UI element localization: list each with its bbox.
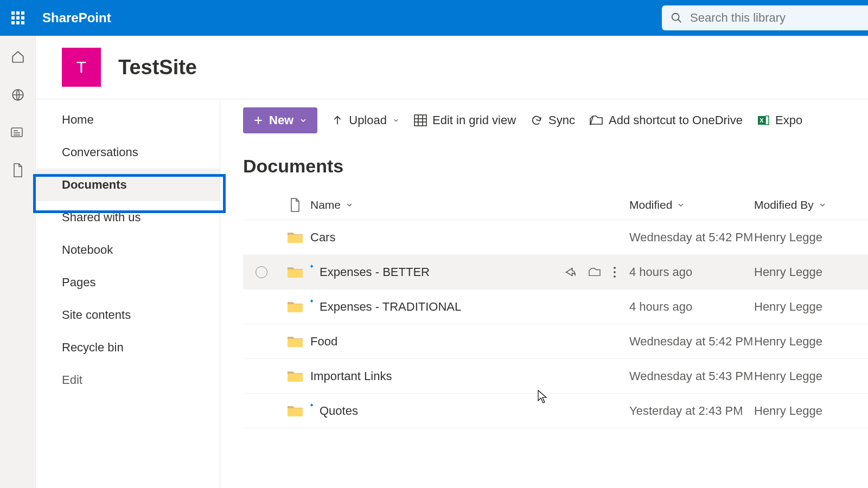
sync-icon	[530, 114, 543, 126]
nav-item-pages[interactable]: Pages	[36, 266, 220, 299]
nav-item-documents[interactable]: Documents	[36, 169, 220, 201]
new-indicator-icon: ✦	[309, 402, 314, 409]
excel-icon: X	[757, 114, 770, 127]
folder-icon	[287, 266, 303, 279]
folder-icon	[287, 370, 303, 383]
row-modified: Yesterday at 2:43 PM	[629, 404, 754, 418]
grid-icon	[414, 114, 427, 126]
svg-point-20	[614, 271, 616, 273]
nav-item-notebook[interactable]: Notebook	[36, 234, 220, 266]
folder-icon	[287, 231, 303, 244]
file-icon[interactable]	[12, 163, 24, 178]
chevron-down-icon	[392, 117, 400, 124]
more-icon[interactable]	[613, 266, 616, 278]
column-modifiedby[interactable]: Modified By	[754, 198, 868, 211]
suite-title[interactable]: SharePoint	[36, 10, 111, 25]
site-title[interactable]: TestSite	[118, 56, 197, 79]
svg-text:X: X	[760, 117, 764, 124]
column-modified-label: Modified	[629, 198, 672, 211]
suite-bar: SharePoint	[0, 0, 868, 36]
upload-icon	[331, 114, 343, 126]
nav-item-shared[interactable]: Shared with us	[36, 201, 220, 234]
upload-button[interactable]: Upload	[331, 113, 400, 127]
column-name-label: Name	[310, 198, 341, 211]
table-row[interactable]: ✦Expenses - TRADITIONAL4 hours agoHenry …	[243, 290, 868, 324]
row-name[interactable]: Important Links	[310, 369, 392, 383]
nav-edit-link[interactable]: Edit	[36, 364, 220, 396]
search-input[interactable]	[690, 11, 868, 25]
home-icon[interactable]	[11, 50, 25, 64]
app-launcher-icon[interactable]	[0, 0, 36, 36]
upload-label: Upload	[349, 113, 387, 127]
shortcut-row-icon[interactable]	[588, 267, 601, 278]
select-circle[interactable]	[256, 266, 267, 278]
new-button-label: New	[269, 113, 293, 127]
nav-item-conversations[interactable]: Conversations	[36, 136, 220, 169]
shortcut-icon	[589, 114, 603, 126]
table-row[interactable]: FoodWednesday at 5:42 PMHenry Legge	[243, 324, 868, 359]
page-heading: Documents	[243, 156, 868, 177]
row-modified: 4 hours ago	[629, 300, 754, 314]
globe-icon[interactable]	[11, 88, 25, 102]
chevron-down-icon	[818, 201, 827, 209]
sync-button[interactable]: Sync	[530, 113, 575, 127]
folder-icon	[287, 335, 303, 348]
svg-rect-10	[414, 115, 426, 126]
share-icon[interactable]	[564, 266, 576, 278]
list-header: Name Modified Modified By	[243, 190, 868, 220]
table-row[interactable]: ✦Expenses - BETTER4 hours agoHenry Legge	[243, 255, 868, 290]
nav-item-sitecontents[interactable]: Site contents	[36, 299, 220, 331]
site-nav: Home Conversations Documents Shared with…	[36, 99, 220, 488]
file-type-icon[interactable]	[290, 198, 301, 212]
command-bar: New Upload Edit in grid view	[243, 99, 868, 137]
svg-point-21	[614, 275, 616, 278]
row-modified-by[interactable]: Henry Legge	[754, 369, 868, 383]
new-button[interactable]: New	[243, 107, 317, 133]
export-button[interactable]: X Expo	[757, 113, 802, 127]
news-icon[interactable]	[10, 126, 25, 139]
library-pane: New Upload Edit in grid view	[220, 99, 868, 488]
export-label: Expo	[775, 113, 802, 127]
shortcut-label: Add shortcut to OneDrive	[609, 113, 743, 127]
shortcut-button[interactable]: Add shortcut to OneDrive	[589, 113, 743, 127]
plus-icon	[253, 115, 264, 126]
grid-view-button[interactable]: Edit in grid view	[414, 113, 516, 127]
column-modified[interactable]: Modified	[629, 198, 754, 211]
sync-label: Sync	[548, 113, 575, 127]
column-modifiedby-label: Modified By	[754, 198, 814, 211]
svg-line-1	[678, 20, 681, 23]
table-row[interactable]: ✦QuotesYesterday at 2:43 PMHenry Legge	[243, 394, 868, 428]
nav-item-recyclebin[interactable]: Recycle bin	[36, 331, 220, 364]
global-nav-rail	[0, 36, 36, 488]
svg-point-19	[614, 267, 616, 269]
row-modified: Wednesday at 5:43 PM	[629, 369, 754, 383]
row-modified-by[interactable]: Henry Legge	[754, 230, 868, 245]
column-name[interactable]: Name	[310, 198, 629, 211]
svg-point-0	[672, 14, 679, 21]
row-name[interactable]: Food	[310, 335, 337, 349]
chevron-down-icon	[299, 116, 308, 125]
grid-view-label: Edit in grid view	[432, 113, 516, 127]
row-name[interactable]: Cars	[310, 230, 335, 245]
row-modified: Wednesday at 5:42 PM	[629, 335, 754, 349]
site-logo[interactable]: T	[62, 48, 101, 87]
row-modified-by[interactable]: Henry Legge	[754, 404, 868, 418]
search-box[interactable]	[662, 5, 868, 30]
row-modified-by[interactable]: Henry Legge	[754, 265, 868, 279]
row-modified: Wednesday at 5:42 PM	[629, 230, 754, 245]
chevron-down-icon	[676, 201, 685, 209]
row-modified-by[interactable]: Henry Legge	[754, 335, 868, 349]
svg-rect-18	[765, 116, 769, 125]
table-row[interactable]: Important LinksWednesday at 5:43 PMHenry…	[243, 359, 868, 394]
folder-icon	[287, 300, 303, 313]
folder-icon	[287, 404, 303, 418]
row-name[interactable]: Expenses - TRADITIONAL	[320, 300, 461, 314]
search-icon	[671, 12, 682, 24]
site-header: T TestSite	[36, 36, 868, 99]
row-name[interactable]: Expenses - BETTER	[320, 265, 430, 279]
nav-item-home[interactable]: Home	[36, 104, 220, 136]
table-row[interactable]: CarsWednesday at 5:42 PMHenry Legge	[243, 220, 868, 255]
row-modified-by[interactable]: Henry Legge	[754, 300, 868, 314]
row-name[interactable]: Quotes	[320, 404, 358, 418]
new-indicator-icon: ✦	[309, 298, 314, 305]
